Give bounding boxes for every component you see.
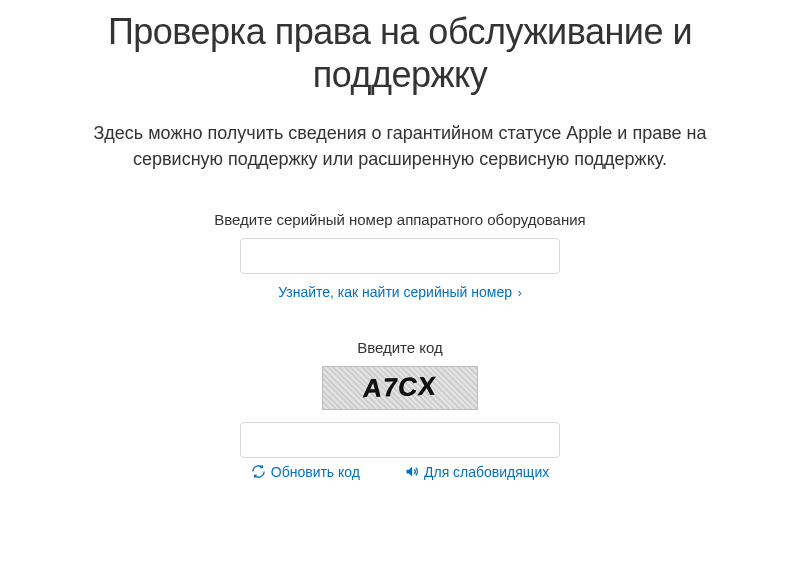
find-serial-link-text: Узнайте, как найти серийный номер [278, 284, 512, 300]
captcha-form-group: Введите код A7CX Обновить код Для слабов… [50, 339, 750, 480]
serial-form-group: Введите серийный номер аппаратного обору… [50, 211, 750, 301]
find-serial-link[interactable]: Узнайте, как найти серийный номер › [278, 284, 522, 300]
captcha-image: A7CX [322, 366, 478, 410]
serial-input[interactable] [240, 238, 560, 274]
chevron-right-icon: › [518, 286, 522, 300]
audio-captcha-link[interactable]: Для слабовидящих [404, 464, 549, 480]
serial-label: Введите серийный номер аппаратного обору… [50, 211, 750, 228]
captcha-input[interactable] [240, 422, 560, 458]
audio-icon [404, 464, 419, 479]
page-title: Проверка права на обслуживание и поддерж… [50, 10, 750, 96]
main-container: Проверка права на обслуживание и поддерж… [0, 0, 800, 480]
audio-captcha-text: Для слабовидящих [424, 464, 549, 480]
page-subtitle: Здесь можно получить сведения о гарантий… [50, 120, 750, 172]
captcha-label: Введите код [50, 339, 750, 356]
refresh-icon [251, 464, 266, 479]
refresh-captcha-link[interactable]: Обновить код [251, 464, 360, 480]
refresh-captcha-text: Обновить код [271, 464, 360, 480]
captcha-actions: Обновить код Для слабовидящих [240, 464, 560, 480]
captcha-image-text: A7CX [362, 371, 439, 405]
